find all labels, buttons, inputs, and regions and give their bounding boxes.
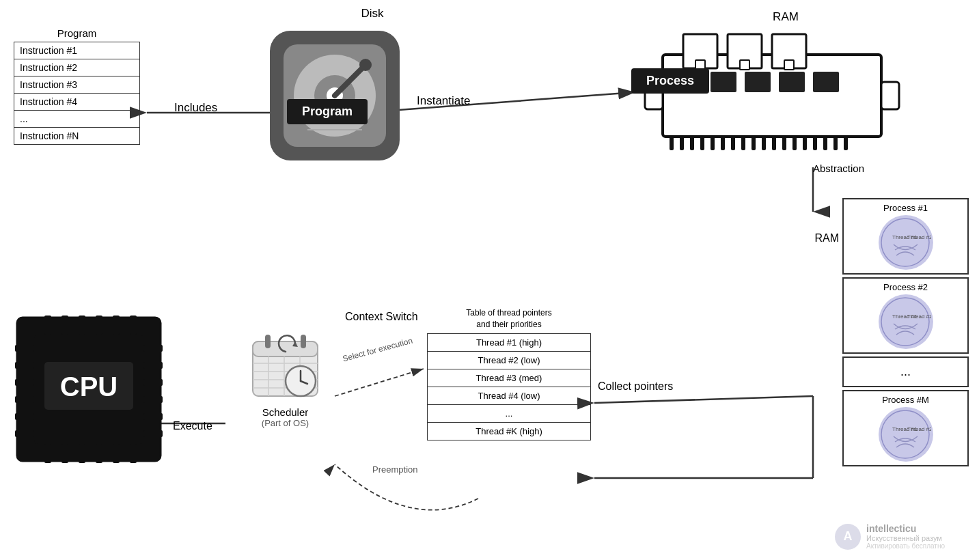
- thread-row: Thread #3 (med): [428, 369, 591, 387]
- watermark-text: intellecticu Искусственный разум Активир…: [866, 523, 945, 550]
- svg-rect-77: [96, 444, 102, 463]
- svg-rect-43: [752, 137, 756, 150]
- svg-rect-33: [779, 72, 805, 92]
- thread-row: Thread #1 (high): [428, 333, 591, 351]
- instantiate-label: Instantiate: [417, 94, 470, 108]
- svg-rect-34: [813, 72, 839, 92]
- instruction-row: Instruction #N: [14, 128, 140, 145]
- svg-rect-41: [731, 137, 735, 150]
- instruction-row: Instruction #3: [14, 76, 140, 94]
- instruction-row: Instruction #4: [14, 94, 140, 111]
- svg-rect-32: [745, 72, 771, 92]
- process-entry-2: Process #2 Thread #1 Thread #2: [842, 277, 969, 354]
- svg-rect-83: [15, 396, 34, 403]
- svg-rect-42: [741, 137, 745, 150]
- svg-rect-69: [61, 316, 68, 335]
- instruction-row: ...: [14, 111, 140, 128]
- svg-rect-54: [881, 82, 899, 109]
- svg-rect-44: [762, 137, 766, 150]
- svg-rect-74: [44, 444, 51, 463]
- thread-row: Thread #K (high): [428, 422, 591, 440]
- svg-rect-40: [721, 137, 725, 150]
- svg-rect-38: [700, 137, 704, 150]
- svg-rect-46: [782, 137, 786, 150]
- context-switch-label: Context Switch: [345, 311, 418, 323]
- svg-rect-45: [772, 137, 776, 150]
- svg-rect-86: [143, 345, 163, 352]
- svg-rect-88: [143, 379, 163, 386]
- svg-rect-75: [61, 444, 68, 463]
- scheduler-area: Scheduler (Part of OS): [232, 328, 338, 428]
- process-entry-1: Process #1 Thread #1 Thread #2: [842, 198, 969, 275]
- svg-point-55: [881, 219, 929, 266]
- thread-row: ...: [428, 404, 591, 422]
- svg-rect-79: [130, 444, 137, 463]
- watermark: A intellecticu Искусственный разум Актив…: [835, 523, 945, 550]
- svg-rect-85: [15, 430, 34, 437]
- svg-rect-94: [265, 335, 271, 348]
- thread-table-header: Table of thread pointersand their priori…: [427, 307, 591, 331]
- ram-label-processes: RAM: [814, 232, 839, 244]
- program-pill: Program: [287, 99, 368, 124]
- process-2-circle: Thread #1 Thread #2: [879, 294, 933, 349]
- thread-table: Thread #1 (high) Thread #2 (low) Thread …: [427, 333, 591, 440]
- svg-rect-52: [844, 137, 848, 150]
- svg-rect-89: [143, 396, 163, 403]
- svg-rect-72: [113, 316, 120, 335]
- svg-text:Thread #2: Thread #2: [907, 426, 931, 432]
- process-entry-m: Process #M Thread #1 Thread #2: [842, 390, 969, 466]
- svg-rect-37: [690, 137, 694, 150]
- program-box-label: Program: [14, 27, 140, 39]
- thread-row: Thread #4 (low): [428, 387, 591, 404]
- program-instructions-table: Instruction #1 Instruction #2 Instructio…: [14, 42, 140, 145]
- svg-rect-76: [79, 444, 85, 463]
- select-label: Select for execution: [342, 336, 413, 364]
- svg-point-58: [881, 298, 929, 346]
- process-2-label: Process #2: [847, 282, 964, 292]
- svg-rect-51: [833, 137, 838, 150]
- process-entry-dots: ...: [842, 356, 969, 387]
- svg-point-61: [881, 410, 929, 458]
- scheduler-sublabel: (Part of OS): [232, 418, 338, 428]
- includes-label: Includes: [174, 101, 217, 115]
- svg-rect-80: [15, 345, 34, 352]
- program-box: Program Instruction #1 Instruction #2 In…: [14, 27, 140, 145]
- svg-text:Thread #2: Thread #2: [907, 313, 931, 320]
- scheduler-label: Scheduler: [232, 406, 338, 418]
- svg-rect-73: [130, 316, 137, 335]
- instruction-row: Instruction #2: [14, 59, 140, 76]
- execute-label: Execute: [173, 420, 212, 432]
- svg-rect-84: [15, 413, 34, 420]
- svg-rect-49: [813, 137, 817, 150]
- disk-label: Disk: [304, 7, 441, 20]
- collect-label: Collect pointers: [598, 379, 673, 394]
- svg-rect-95: [301, 335, 306, 348]
- svg-text:CPU: CPU: [60, 372, 118, 402]
- svg-text:Thread #2: Thread #2: [907, 234, 931, 240]
- svg-rect-28: [740, 60, 749, 70]
- cpu-chip: CPU: [14, 314, 164, 474]
- process-1-label: Process #1: [847, 203, 964, 213]
- svg-rect-31: [711, 72, 736, 92]
- svg-rect-71: [96, 316, 102, 335]
- processes-right-panel: Process #1 Thread #1 Thread #2 Process #…: [842, 198, 969, 469]
- svg-rect-93: [253, 341, 318, 356]
- svg-rect-78: [113, 444, 120, 463]
- ram-chip: [642, 27, 902, 167]
- svg-rect-81: [15, 362, 34, 369]
- svg-rect-47: [792, 137, 797, 150]
- process-m-label: Process #M: [847, 395, 964, 405]
- svg-rect-29: [784, 60, 794, 70]
- process-1-circle: Thread #1 Thread #2: [879, 215, 933, 270]
- svg-rect-68: [44, 316, 51, 335]
- svg-point-19: [359, 59, 372, 71]
- svg-rect-87: [143, 362, 163, 369]
- svg-rect-36: [680, 137, 684, 150]
- process-pill: Process: [631, 68, 709, 94]
- svg-rect-70: [79, 316, 85, 335]
- svg-rect-82: [15, 379, 34, 386]
- instruction-row: Instruction #1: [14, 42, 140, 59]
- watermark-logo: A: [835, 524, 861, 550]
- svg-rect-91: [143, 430, 163, 437]
- svg-rect-39: [711, 137, 715, 150]
